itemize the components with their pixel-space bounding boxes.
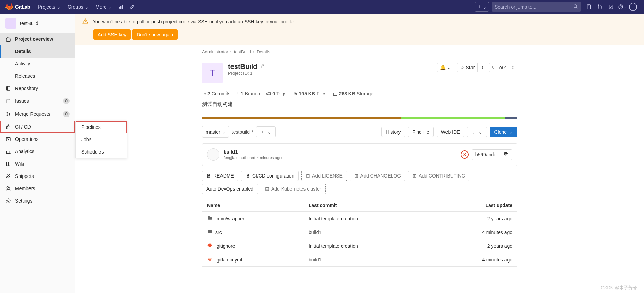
- language-bar[interactable]: [202, 117, 517, 119]
- readme-chip[interactable]: 🗎 README: [202, 171, 238, 181]
- breadcrumb-item[interactable]: testBuild: [234, 49, 251, 54]
- find-file-button[interactable]: Find file: [408, 127, 434, 137]
- admin-icon[interactable]: [127, 0, 138, 14]
- sidebar-sub-releases[interactable]: Releases: [0, 70, 75, 82]
- watermark: CSDN @木子芳兮: [601, 285, 637, 291]
- sidebar-item-label: Releases: [15, 73, 35, 79]
- project-chips: 🗎 README 🗎 CI/CD configuration ⊞ Add LIC…: [202, 171, 517, 194]
- nav-more[interactable]: More ⌄: [92, 0, 116, 14]
- stat-branches[interactable]: ⑂ 1 Branch: [237, 91, 260, 96]
- sidebar-badge: 0: [63, 111, 70, 117]
- fork-button[interactable]: ⑂ Fork0: [489, 63, 517, 72]
- star-button[interactable]: ☆ Star0: [457, 63, 486, 72]
- file-last-commit[interactable]: Initial template creation: [304, 212, 431, 225]
- add-license-chip[interactable]: ⊞ Add LICENSE: [301, 171, 347, 181]
- table-row[interactable]: .mvn/wrapperInitial template creation2 y…: [202, 212, 517, 225]
- sidebar-analytics[interactable]: Analytics: [0, 145, 75, 158]
- sha-text[interactable]: b569abda: [472, 150, 500, 160]
- sidebar-sub-activity[interactable]: Activity: [0, 58, 75, 70]
- svg-point-6: [598, 8, 599, 9]
- svg-point-18: [9, 176, 10, 178]
- user-avatar[interactable]: [628, 0, 639, 14]
- help-dropdown[interactable]: ⌄: [617, 0, 628, 14]
- commit-author-avatar[interactable]: [207, 148, 219, 161]
- activity-icon[interactable]: [116, 0, 127, 14]
- stat-tags[interactable]: 🏷 0 Tags: [266, 91, 286, 96]
- sidebar-snippets[interactable]: Snippets: [0, 170, 75, 182]
- breadcrumb-item[interactable]: Administrator: [202, 49, 228, 54]
- dont-show-again-button[interactable]: Don't show again: [132, 29, 178, 40]
- gitlab-icon: [5, 3, 13, 11]
- sidebar-repository[interactable]: Repository: [0, 82, 75, 95]
- file-last-commit[interactable]: Initial template creation: [304, 239, 431, 253]
- flyout-jobs[interactable]: Jobs: [76, 133, 127, 146]
- sidebar-members[interactable]: Members: [0, 182, 75, 195]
- add-contributing-chip[interactable]: ⊞ Add CONTRIBUTING: [408, 171, 469, 181]
- add-file-button[interactable]: ＋ ⌄: [256, 126, 276, 137]
- project-context[interactable]: T testBuild: [0, 14, 75, 33]
- table-row[interactable]: .gitignoreInitial template creation2 yea…: [202, 239, 517, 253]
- nav-groups[interactable]: Groups ⌄: [64, 0, 92, 14]
- add-k8s-chip[interactable]: ⊞ Add Kubernetes cluster: [261, 184, 326, 194]
- todos-icon[interactable]: [606, 0, 617, 14]
- bell-icon: 🔔: [440, 65, 446, 70]
- plus-dropdown[interactable]: ＋⌄: [475, 2, 489, 12]
- sidebar-ci-cd[interactable]: CI / CD Pipelines Jobs Schedules: [0, 121, 75, 133]
- flyout-schedules[interactable]: Schedules: [76, 146, 127, 158]
- add-ssh-key-button[interactable]: Add SSH key: [93, 29, 131, 40]
- stat-files[interactable]: 🗎 195 KB Files: [293, 91, 327, 96]
- web-ide-button[interactable]: Web IDE: [437, 127, 465, 137]
- search-box[interactable]: [492, 2, 581, 12]
- chevron-down-icon: ⌄: [478, 129, 482, 135]
- chevron-down-icon: ⌄: [447, 65, 451, 70]
- breadcrumb-separator: ›: [230, 49, 232, 54]
- chevron-down-icon: ⌄: [509, 129, 513, 135]
- branch-selector[interactable]: master: [202, 126, 229, 138]
- autodevops-chip[interactable]: Auto DevOps enabled: [202, 184, 258, 194]
- cicd-config-chip[interactable]: 🗎 CI/CD configuration: [241, 171, 299, 181]
- sidebar-wiki[interactable]: Wiki: [0, 158, 75, 170]
- flyout-pipelines[interactable]: Pipelines: [76, 121, 127, 133]
- col-name: Name: [202, 199, 304, 212]
- file-name[interactable]: .gitlab-ci.yml: [215, 257, 242, 263]
- sidebar-merge-requests[interactable]: Merge Requests 0: [0, 108, 75, 121]
- file-last-commit[interactable]: build1: [304, 225, 431, 239]
- file-name[interactable]: src: [215, 230, 222, 235]
- stat-storage[interactable]: 🖴 268 KB Storage: [333, 91, 374, 96]
- table-row[interactable]: srcbuild14 minutes ago: [202, 225, 517, 239]
- path-segment[interactable]: testbuild: [232, 129, 250, 135]
- notification-dropdown[interactable]: 🔔 ⌄: [437, 63, 454, 72]
- file-name[interactable]: .mvn/wrapper: [215, 216, 245, 221]
- commit-title[interactable]: build1: [224, 149, 282, 155]
- pipeline-status-failed-icon[interactable]: ✕: [461, 150, 469, 159]
- stat-commits[interactable]: ⊸ 2 Commits: [202, 91, 230, 96]
- tag-icon: 🏷: [266, 91, 271, 96]
- add-changelog-chip[interactable]: ⊞ Add CHANGELOG: [350, 171, 405, 181]
- file-last-commit[interactable]: build1: [304, 253, 431, 267]
- sidebar-project-overview[interactable]: Project overview: [0, 33, 75, 45]
- chip-label: Add CONTRIBUTING: [419, 173, 465, 179]
- sidebar-issues[interactable]: Issues 0: [0, 95, 75, 108]
- history-button[interactable]: History: [381, 127, 405, 137]
- svg-point-20: [8, 200, 9, 202]
- breadcrumb-current: Details: [257, 49, 270, 54]
- issues-icon[interactable]: [584, 0, 595, 14]
- nav-projects[interactable]: Projects ⌄: [34, 0, 64, 14]
- clone-button[interactable]: Clone ⌄: [490, 127, 517, 137]
- search-input[interactable]: [494, 4, 573, 10]
- svg-point-10: [629, 3, 637, 11]
- sidebar-sub-details[interactable]: Details: [0, 45, 75, 58]
- sidebar-item-label: Project overview: [15, 36, 53, 42]
- project-description: 测试自动构建: [202, 100, 517, 113]
- gitlab-logo[interactable]: GitLab: [5, 3, 30, 11]
- stat-value: 0: [272, 91, 275, 96]
- home-icon: [5, 36, 11, 42]
- table-row[interactable]: .gitlab-ci.ymlbuild14 minutes ago: [202, 253, 517, 267]
- file-name[interactable]: .gitignore: [215, 243, 235, 249]
- sidebar-operations[interactable]: Operations: [0, 133, 75, 145]
- warning-icon: [82, 18, 88, 25]
- sidebar-settings[interactable]: Settings: [0, 195, 75, 207]
- copy-sha-button[interactable]: [500, 150, 512, 160]
- download-button[interactable]: ⭳ ⌄: [467, 127, 487, 137]
- merge-requests-icon[interactable]: [595, 0, 606, 14]
